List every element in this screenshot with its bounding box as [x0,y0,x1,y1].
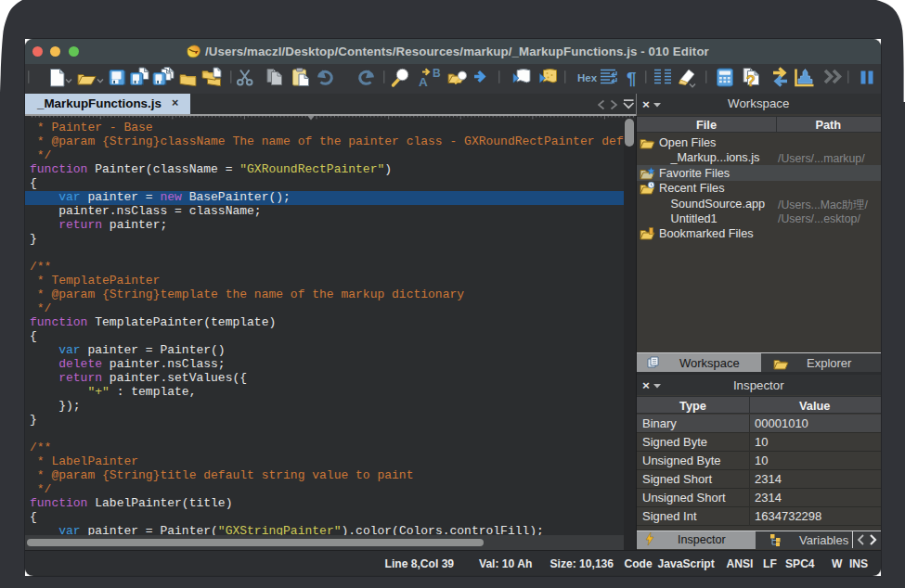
svg-text:B: B [433,67,441,80]
svg-text:A: A [419,75,428,89]
svg-text:¶: ¶ [627,69,637,88]
svg-text:Hex: Hex [577,72,598,83]
svg-text:?: ? [746,73,756,89]
